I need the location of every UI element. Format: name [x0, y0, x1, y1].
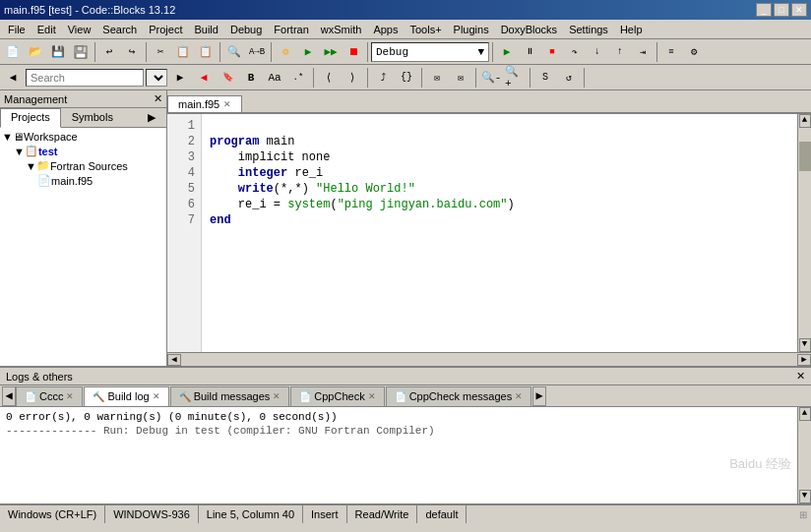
menu-file[interactable]: File	[2, 22, 31, 37]
nav-prev-button[interactable]: ◀	[193, 67, 215, 89]
debug-config-dropdown[interactable]: Debug ▼	[371, 42, 489, 62]
bookmark-button[interactable]: 🔖	[217, 67, 238, 89]
replace-button[interactable]: A→B	[246, 41, 268, 63]
tab-arrow-right[interactable]: ▶	[137, 108, 166, 127]
zoom-out-button[interactable]: 🔍-	[480, 67, 502, 89]
regex-button[interactable]: .*	[287, 67, 309, 89]
cppcheck-tab-close[interactable]: ✕	[368, 391, 376, 401]
toggle-sidebar-button[interactable]: ≡	[660, 41, 682, 63]
menu-debug[interactable]: Debug	[224, 22, 268, 37]
bottom-tab-cccc[interactable]: 📄 Cccc ✕	[16, 386, 83, 406]
bottom-tab-build-messages[interactable]: 🔨 Build messages ✕	[170, 386, 290, 406]
tab-close-icon[interactable]: ✕	[223, 99, 231, 109]
editor-tab-main-f95[interactable]: main.f95 ✕	[167, 95, 242, 112]
settings-button[interactable]: ⚙	[683, 41, 705, 63]
menu-search[interactable]: Search	[96, 22, 143, 37]
run-button[interactable]: ▶	[297, 41, 319, 63]
bottom-tab-cppcheck[interactable]: 📄 CppCheck ✕	[290, 386, 384, 406]
code-editor[interactable]: 1 2 3 4 5 6 7 program main implicit none…	[167, 114, 797, 352]
bottom-tabs-scroll-right[interactable]: ▶	[532, 386, 546, 406]
toolbar-separator-2	[146, 42, 147, 62]
build-messages-tab-close[interactable]: ✕	[273, 391, 281, 401]
build-run-button[interactable]: ▶▶	[320, 41, 342, 63]
nav-forward-button[interactable]: ▶	[169, 67, 191, 89]
bottom-tab-cppcheck-messages[interactable]: 📄 CppCheck messages ✕	[386, 386, 532, 406]
main-file-label: main.f95	[51, 175, 93, 187]
panel-close-icon[interactable]: ✕	[154, 92, 162, 105]
tab-projects[interactable]: Projects	[0, 108, 61, 128]
jump-to-button[interactable]: ⤴	[372, 67, 394, 89]
cccc-tab-close[interactable]: ✕	[66, 391, 74, 401]
menu-edit[interactable]: Edit	[31, 22, 62, 37]
status-position: Line 5, Column 40	[199, 505, 303, 523]
prev-bookmark-button[interactable]: ⟨	[318, 67, 340, 89]
debug-start-button[interactable]: ▶	[496, 41, 518, 63]
paste-button[interactable]: 📋	[195, 41, 217, 63]
undo-button[interactable]: ↩	[98, 41, 120, 63]
tab-symbols[interactable]: Symbols	[61, 108, 124, 127]
open-button[interactable]: 📂	[25, 41, 46, 63]
title-bar-buttons[interactable]: _ □ ✕	[756, 3, 807, 17]
menu-plugins[interactable]: Plugins	[448, 22, 495, 37]
debug-step-button[interactable]: ↓	[587, 41, 608, 63]
menu-view[interactable]: View	[62, 22, 97, 37]
next-bookmark-button[interactable]: ⟩	[342, 67, 363, 89]
fortran-sources-label: Fortran Sources	[50, 160, 128, 172]
bottom-tabs-scroll-left[interactable]: ◀	[2, 386, 16, 406]
menu-project[interactable]: Project	[143, 22, 188, 37]
build-button[interactable]: ⚙	[275, 41, 296, 63]
bottom-vscrollbar[interactable]: ▲ ▼	[797, 407, 811, 503]
menu-doxyblocks[interactable]: DoxyBlocks	[495, 22, 563, 37]
redo-button[interactable]: ↪	[121, 41, 143, 63]
debug-step-out-button[interactable]: ↑	[609, 41, 631, 63]
cppcheck-messages-tab-close[interactable]: ✕	[515, 391, 523, 401]
menu-build[interactable]: Build	[188, 22, 223, 37]
vscroll-thumb[interactable]	[799, 142, 811, 171]
copy-button[interactable]: 📋	[172, 41, 194, 63]
editor-hscrollbar[interactable]: ◀ ▶	[167, 352, 811, 366]
nav-toolbar: ◀ ▶ ◀ 🔖 B Aa .* ⟨ ⟩ ⤴ {} ✉ ✉ 🔍- 🔍+ S ↺	[0, 65, 811, 90]
send-button-1[interactable]: ✉	[426, 67, 448, 89]
debug-pause-button[interactable]: ⏸	[519, 41, 540, 63]
stop-button[interactable]: ⏹	[343, 41, 364, 63]
cccc-tab-icon: 📄	[25, 391, 36, 402]
tree-test[interactable]: ▼ 📋 test	[2, 144, 164, 158]
debug-next-button[interactable]: ↷	[564, 41, 586, 63]
code-string-ping: "ping jingyan.baidu.com"	[338, 198, 508, 211]
send-button-2[interactable]: ✉	[450, 67, 471, 89]
tree-main-f95[interactable]: 📄 main.f95	[2, 173, 164, 188]
tree-workspace[interactable]: ▼ 🖥 Workspace	[2, 130, 164, 144]
debug-stop-button[interactable]: ■	[541, 41, 563, 63]
sort-button[interactable]: S	[534, 67, 556, 89]
find-button[interactable]: 🔍	[223, 41, 245, 63]
bottom-panel-close-icon[interactable]: ✕	[796, 370, 805, 383]
debug-run-to-button[interactable]: ⇥	[632, 41, 654, 63]
search-input[interactable]	[26, 69, 144, 87]
maximize-button[interactable]: □	[774, 3, 789, 17]
menu-help[interactable]: Help	[614, 22, 649, 37]
nav-back-button[interactable]: ◀	[2, 67, 24, 89]
save-all-button[interactable]	[70, 41, 92, 63]
bottom-tab-build-log[interactable]: 🔨 Build log ✕	[84, 386, 168, 406]
code-content[interactable]: program main implicit none integer re_i …	[202, 114, 797, 352]
menu-settings[interactable]: Settings	[563, 22, 614, 37]
refresh-button[interactable]: ↺	[558, 67, 580, 89]
close-button[interactable]: ✕	[791, 3, 807, 17]
menu-tools[interactable]: Tools+	[404, 22, 447, 37]
build-log-tab-close[interactable]: ✕	[153, 391, 160, 401]
search-type-select[interactable]	[146, 69, 167, 87]
save-button[interactable]: 💾	[47, 41, 69, 63]
menu-wxsmith[interactable]: wxSmith	[315, 22, 368, 37]
editor-vscrollbar[interactable]: ▲ ▼	[797, 114, 811, 352]
new-button[interactable]: 📄	[2, 41, 24, 63]
tree-fortran-sources[interactable]: ▼ 📁 Fortran Sources	[2, 158, 164, 173]
font-bold-button[interactable]: B	[240, 67, 262, 89]
toggle-case-button[interactable]: Aa	[264, 67, 285, 89]
menu-fortran[interactable]: Fortran	[268, 22, 314, 37]
cut-button[interactable]: ✂	[150, 41, 171, 63]
minimize-button[interactable]: _	[756, 3, 772, 17]
menu-apps[interactable]: Apps	[367, 22, 404, 37]
zoom-in-button[interactable]: 🔍+	[504, 67, 526, 89]
match-brace-button[interactable]: {}	[396, 67, 417, 89]
dropdown-arrow-icon[interactable]: ▼	[477, 46, 484, 58]
